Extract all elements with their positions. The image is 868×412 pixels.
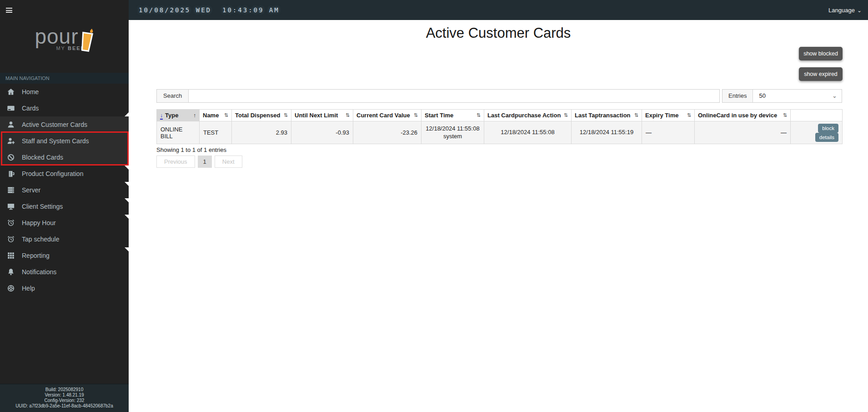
app-root: pour MY BEER MAIN NAVIGATION Home Cards <box>0 0 868 412</box>
beer-mug-icon <box>6 169 15 178</box>
sort-icon: ⇅ <box>783 112 787 118</box>
sort-icon: ⇅ <box>477 112 481 118</box>
uuid-line: UUID: a7f23db9-2a5e-11ef-8acb-484520687b… <box>0 403 129 409</box>
clock-date: 10/08/2025 WED <box>139 6 211 14</box>
sidebar: pour MY BEER MAIN NAVIGATION Home Cards <box>0 0 129 412</box>
sidebar-item-help[interactable]: Help <box>0 280 129 296</box>
sidebar-item-server[interactable]: Server <box>0 182 129 198</box>
sort-icon: ⇅ <box>564 112 568 118</box>
sort-icon: ⇅ <box>284 112 288 118</box>
home-icon <box>6 87 15 96</box>
search-input[interactable] <box>189 90 719 102</box>
beer-glass-icon <box>78 26 95 53</box>
blocked-icon <box>6 153 15 162</box>
report-grid-icon <box>6 251 15 260</box>
show-expired-button[interactable]: show expired <box>799 67 843 81</box>
search-group: Search <box>156 89 720 103</box>
person-add-icon <box>6 136 15 146</box>
bell-icon <box>6 267 15 276</box>
sidebar-item-product-configuration[interactable]: Product Configuration <box>0 166 129 182</box>
cell-total-dispensed: 2.93 <box>232 121 291 144</box>
search-label: Search <box>157 90 189 102</box>
expand-corner-icon <box>125 215 129 219</box>
expand-corner-icon <box>125 112 129 116</box>
clock: 10/08/2025 WED10:43:09 AM <box>139 6 280 14</box>
sidebar-item-home[interactable]: Home <box>0 84 129 100</box>
chevron-down-icon: ⌄ <box>832 90 842 102</box>
cards-submenu: Active Customer Cards Staff and System C… <box>0 116 129 166</box>
hamburger-menu-icon[interactable] <box>6 8 12 14</box>
topbar: 10/08/2025 WED10:43:09 AM Language⌄ <box>129 0 868 20</box>
monitor-icon <box>6 202 15 211</box>
cell-actions: block details <box>791 121 843 144</box>
column-header-last-cardpurchase-action[interactable]: Last Cardpurchase Action⇅ <box>484 110 572 121</box>
sort-icon: ⇅ <box>687 112 691 118</box>
language-menu[interactable]: Language⌄ <box>828 7 862 14</box>
expand-corner-icon <box>125 166 129 170</box>
column-header-onlinecard-in-use[interactable]: OnlineCard in use by device⇅ <box>695 110 791 121</box>
cell-start-time: 12/18/2024 11:55:08system <box>421 121 484 144</box>
cell-last-taptransaction: 12/18/2024 11:55:19 <box>572 121 642 144</box>
cell-expiry-time: — <box>642 121 695 144</box>
column-header-expiry-time[interactable]: Expiry Time⇅ <box>642 110 695 121</box>
entries-value: 50 <box>753 90 832 102</box>
expand-corner-icon <box>125 198 129 202</box>
sort-icon: ⇅ <box>634 112 638 118</box>
table-summary: Showing 1 to 1 of 1 entries <box>156 146 226 153</box>
sort-icon: ⇅ <box>346 112 350 118</box>
cell-onlinecard-in-use: — <box>695 121 791 144</box>
version-line: Version: 1.48.21.19 <box>0 392 129 398</box>
previous-page-button[interactable]: Previous <box>156 156 195 168</box>
table-header-row: ↓Type↑ Name⇅ Total Dispensed⇅ Until Next… <box>157 110 843 121</box>
show-blocked-button[interactable]: show blocked <box>799 47 843 60</box>
column-header-start-time[interactable]: Start Time⇅ <box>421 110 484 121</box>
sidebar-nav: Home Cards Active Customer Cards Staff a… <box>0 84 129 296</box>
expand-corner-icon <box>125 182 129 186</box>
cell-last-cardpurchase-action: 12/18/2024 11:55:08 <box>484 121 572 144</box>
sidebar-item-active-customer-cards[interactable]: Active Customer Cards <box>0 116 129 133</box>
entries-label: Entries <box>722 90 753 102</box>
export-column-icon: ↓ <box>160 112 163 120</box>
sidebar-item-cards[interactable]: Cards <box>0 100 129 116</box>
next-page-button[interactable]: Next <box>215 156 242 168</box>
sort-icon: ⇅ <box>224 112 228 118</box>
column-header-name[interactable]: Name⇅ <box>200 110 232 121</box>
column-header-total-dispensed[interactable]: Total Dispensed⇅ <box>232 110 291 121</box>
sidebar-item-notifications[interactable]: Notifications <box>0 264 129 280</box>
clock-time: 10:43:09 AM <box>222 6 280 14</box>
cell-type: ONLINE BILL <box>157 121 200 144</box>
column-header-current-card-value[interactable]: Current Card Value⇅ <box>353 110 421 121</box>
sidebar-item-blocked-cards[interactable]: Blocked Cards <box>0 149 129 166</box>
build-info: Build: 2025082910 Version: 1.48.21.19 Co… <box>0 384 129 412</box>
column-header-last-taptransaction[interactable]: Last Taptransaction⇅ <box>572 110 642 121</box>
help-globe-icon <box>6 284 15 293</box>
table-row: ONLINE BILL TEST 2.93 -0.93 -23.26 12/18… <box>157 121 843 144</box>
server-icon <box>6 186 15 195</box>
page-title: Active Customer Cards <box>129 25 868 41</box>
block-button[interactable]: block <box>818 124 838 133</box>
cards-table: ↓Type↑ Name⇅ Total Dispensed⇅ Until Next… <box>156 109 843 144</box>
sort-asc-icon: ↑ <box>193 112 196 119</box>
alarm-clock-icon <box>6 218 15 227</box>
sort-icon: ⇅ <box>414 112 418 118</box>
chevron-down-icon: ⌄ <box>857 7 862 14</box>
cell-until-next-limit: -0.93 <box>291 121 353 144</box>
page-1-button[interactable]: 1 <box>198 156 212 168</box>
pagination: Previous 1 Next <box>156 156 242 168</box>
details-button[interactable]: details <box>815 133 838 142</box>
sidebar-item-reporting[interactable]: Reporting <box>0 247 129 264</box>
pourmybeer-logo: pour MY BEER <box>0 24 129 51</box>
sidebar-item-tap-schedule[interactable]: Tap schedule <box>0 231 129 247</box>
column-header-actions <box>791 110 843 121</box>
sidebar-item-staff-system-cards[interactable]: Staff and System Cards <box>0 133 129 149</box>
config-version-line: Config-Version: 232 <box>0 398 129 403</box>
person-icon <box>6 120 15 129</box>
entries-select[interactable]: Entries 50 ⌄ <box>722 89 842 103</box>
build-line: Build: 2025082910 <box>0 387 129 392</box>
column-header-until-next-limit[interactable]: Until Next Limit⇅ <box>291 110 353 121</box>
sidebar-item-client-settings[interactable]: Client Settings <box>0 198 129 215</box>
alarm-clock-icon <box>6 235 15 244</box>
expand-corner-icon <box>125 247 129 251</box>
column-header-type[interactable]: ↓Type↑ <box>157 110 200 121</box>
sidebar-item-happy-hour[interactable]: Happy Hour <box>0 215 129 231</box>
